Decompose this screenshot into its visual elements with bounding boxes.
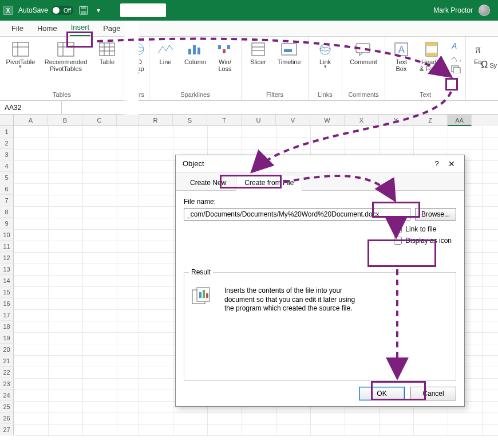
- row-header[interactable]: 1: [0, 126, 14, 137]
- sparkline-column-button[interactable]: Column: [181, 39, 209, 65]
- row-header[interactable]: 9: [0, 218, 14, 229]
- svg-rect-27: [284, 49, 292, 52]
- col-header[interactable]: A: [14, 115, 48, 126]
- title-dropdown[interactable]: [120, 3, 166, 17]
- row-header[interactable]: 21: [0, 355, 14, 367]
- ribbon-group-text: A Text Box Header & Footer A Text: [385, 37, 466, 100]
- col-header[interactable]: Y: [379, 115, 413, 126]
- tab-home[interactable]: Home: [36, 22, 58, 36]
- svg-point-29: [320, 48, 330, 51]
- object-icon[interactable]: [450, 64, 461, 73]
- svg-text:A: A: [451, 41, 457, 50]
- tab-create-from-file[interactable]: Create from File: [236, 175, 302, 191]
- display-as-icon-checkbox[interactable]: Display as icon: [394, 237, 452, 245]
- row-header[interactable]: 24: [0, 390, 14, 401]
- ribbon-group-comments: Comment Comments: [342, 37, 385, 100]
- textbox-button[interactable]: A Text Box: [390, 39, 413, 72]
- row-header[interactable]: 2: [0, 137, 14, 149]
- row-header[interactable]: 12: [0, 252, 14, 264]
- row-header[interactable]: 4: [0, 160, 14, 172]
- formula-bar: AA32: [0, 101, 498, 115]
- row-header[interactable]: 8: [0, 206, 14, 218]
- row-header[interactable]: 23: [0, 378, 14, 390]
- row-header[interactable]: 26: [0, 412, 14, 424]
- table-button[interactable]: Table: [95, 39, 119, 65]
- col-header[interactable]: Z: [413, 115, 448, 126]
- dialog-help-icon[interactable]: ?: [430, 159, 444, 168]
- row-header[interactable]: 16: [0, 298, 14, 309]
- row-header[interactable]: 22: [0, 367, 14, 378]
- headerfooter-button[interactable]: Header & Footer: [417, 39, 446, 72]
- quickbar-dropdown-icon[interactable]: ▾: [94, 6, 103, 14]
- svg-rect-3: [13, 42, 29, 56]
- timeline-button[interactable]: Timeline: [275, 39, 303, 65]
- row-header[interactable]: 20: [0, 344, 14, 355]
- signature-icon[interactable]: [450, 53, 461, 62]
- ribbon-group-links: Link Links: [309, 37, 342, 100]
- col-header[interactable]: S: [173, 115, 207, 126]
- save-icon[interactable]: [79, 6, 88, 15]
- col-header[interactable]: C: [82, 115, 117, 126]
- ribbon-group-tables: PivotTable ? Recommended PivotTables Tab…: [0, 37, 124, 100]
- tab-create-new[interactable]: Create New: [181, 175, 235, 190]
- col-header[interactable]: W: [310, 115, 345, 126]
- col-header[interactable]: R: [139, 115, 173, 126]
- file-name-label: File name:: [184, 198, 456, 206]
- ribbon-insert: PivotTable ? Recommended PivotTables Tab…: [0, 37, 498, 101]
- name-box[interactable]: AA32: [0, 101, 62, 114]
- svg-rect-2: [81, 11, 86, 14]
- tab-page[interactable]: Page: [102, 22, 121, 36]
- svg-rect-35: [426, 53, 437, 56]
- cancel-button[interactable]: Cancel: [410, 387, 456, 400]
- tab-file[interactable]: File: [10, 22, 25, 36]
- svg-rect-42: [203, 290, 205, 298]
- slicer-button[interactable]: Slicer: [246, 39, 270, 65]
- col-header[interactable]: U: [242, 115, 276, 126]
- row-header[interactable]: 13: [0, 264, 14, 275]
- menu-tabs: File Home Insert Page: [0, 21, 498, 37]
- sparkline-line-button[interactable]: Line: [154, 39, 177, 65]
- link-to-file-checkbox[interactable]: Link to file: [394, 225, 452, 233]
- avatar[interactable]: [479, 5, 490, 16]
- row-header[interactable]: 7: [0, 195, 14, 206]
- row-header[interactable]: 14: [0, 275, 14, 286]
- ribbon-group-sparklines: Line Column Win/ Loss Sparklines: [149, 37, 242, 100]
- row-header[interactable]: 5: [0, 172, 14, 183]
- pivottable-button[interactable]: PivotTable: [5, 39, 37, 70]
- browse-button[interactable]: Browse...: [415, 208, 456, 221]
- col-header-selected[interactable]: AA: [448, 115, 472, 126]
- file-name-input[interactable]: [184, 208, 410, 221]
- comment-button[interactable]: Comment: [347, 39, 380, 65]
- row-header[interactable]: 18: [0, 321, 14, 332]
- col-header[interactable]: T: [207, 115, 242, 126]
- row-header[interactable]: 6: [0, 183, 14, 195]
- excel-app-icon: X: [3, 6, 13, 15]
- row-header[interactable]: 19: [0, 332, 14, 344]
- row-header[interactable]: 15: [0, 286, 14, 298]
- symbol-button[interactable]: Ω Sy: [481, 60, 497, 70]
- ok-button[interactable]: OK: [359, 387, 405, 400]
- svg-rect-30: [356, 44, 370, 53]
- col-header[interactable]: X: [345, 115, 379, 126]
- row-header[interactable]: 27: [0, 424, 14, 435]
- row-header[interactable]: 25: [0, 401, 14, 412]
- link-button[interactable]: Link: [313, 39, 337, 70]
- close-icon[interactable]: ✕: [444, 159, 460, 168]
- tab-insert[interactable]: Insert: [70, 21, 91, 36]
- select-all-corner[interactable]: [0, 115, 14, 126]
- wordart-icon[interactable]: A: [450, 41, 461, 50]
- autosave-toggle[interactable]: AutoSave Off: [18, 6, 73, 15]
- row-header[interactable]: 3: [0, 149, 14, 160]
- col-header[interactable]: V: [276, 115, 310, 126]
- dialog-tabs: Create New Create from File: [176, 172, 464, 191]
- row-header[interactable]: 11: [0, 241, 14, 252]
- sparkline-winloss-button[interactable]: Win/ Loss: [214, 39, 236, 72]
- col-header[interactable]: B: [48, 115, 82, 126]
- app-titlebar: X AutoSave Off ▾ Mark Proctor: [0, 0, 498, 21]
- ribbon-group-filters: Slicer Timeline Filters: [242, 37, 309, 100]
- toggle-icon[interactable]: Off: [52, 6, 73, 15]
- row-header[interactable]: 17: [0, 309, 14, 321]
- recommended-pivottables-button[interactable]: ? Recommended PivotTables: [41, 39, 90, 72]
- row-header[interactable]: 10: [0, 229, 14, 241]
- svg-rect-23: [252, 43, 264, 56]
